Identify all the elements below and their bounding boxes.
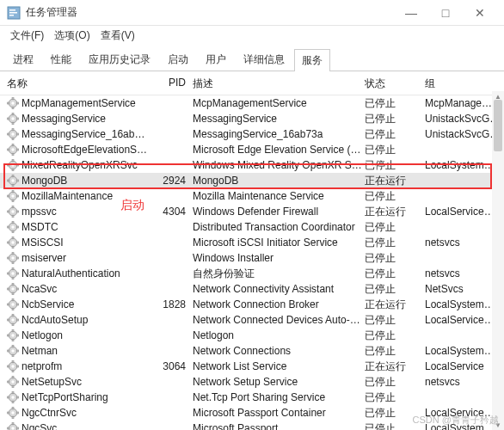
tab-performance[interactable]: 性能 (43, 48, 79, 71)
gear-icon (7, 329, 19, 341)
vertical-scrollbar[interactable]: ▲ ▼ (492, 91, 504, 430)
service-row[interactable]: MSDTCDistributed Transaction Coordinator… (0, 219, 504, 235)
svg-point-77 (11, 287, 15, 291)
svg-rect-8 (7, 102, 9, 104)
service-name: NetTcpPortSharing (22, 391, 108, 403)
gear-icon (7, 128, 19, 140)
svg-rect-20 (7, 133, 9, 135)
service-name: MicrosoftEdgeElevationSe… (22, 144, 150, 156)
service-row[interactable]: MixedRealityOpenXRSvcWindows Mixed Reali… (0, 157, 504, 173)
service-row[interactable]: MongoDB2924MongoDB正在运行 (0, 173, 504, 188)
header-name[interactable]: 名称 (3, 77, 150, 91)
header-pid[interactable]: PID (150, 77, 193, 91)
service-desc: MessagingService_16ab73a (193, 128, 365, 140)
svg-point-65 (11, 256, 15, 260)
tab-details[interactable]: 详细信息 (236, 48, 292, 71)
svg-rect-32 (7, 164, 9, 166)
svg-rect-15 (16, 118, 19, 120)
service-row[interactable]: MessagingService_16ab7…MessagingService_… (0, 126, 504, 142)
service-row[interactable]: NetmanNetwork Connections已停止LocalSystemN… (0, 343, 504, 359)
service-group: UnistackSvcGr… (425, 113, 501, 125)
tab-services[interactable]: 服务 (294, 49, 330, 71)
service-group: netsvcs (425, 376, 501, 388)
svg-rect-12 (12, 113, 14, 115)
svg-rect-18 (12, 128, 14, 131)
service-status: 已停止 (365, 375, 425, 390)
header-desc[interactable]: 描述 (193, 77, 365, 91)
service-row[interactable]: NetTcpPortSharingNet.Tcp Port Sharing Se… (0, 390, 504, 405)
service-group: LocalService (425, 360, 501, 372)
service-name: NgcSvc (22, 422, 57, 430)
service-desc: Microsoft iSCSI Initiator Service (193, 236, 365, 249)
service-status: 正在运行 (365, 174, 425, 188)
service-row[interactable]: MSiSCSIMicrosoft iSCSI Initiator Service… (0, 235, 504, 250)
service-list: McpManagementServiceMcpManagementService… (0, 95, 504, 430)
service-row[interactable]: mpssvc4304Windows Defender Firewall正在运行L… (0, 204, 504, 219)
gear-icon (7, 144, 19, 156)
svg-rect-96 (12, 329, 14, 332)
service-group: NetSvcs (425, 283, 501, 295)
service-row[interactable]: MicrosoftEdgeElevationSe…Microsoft Edge … (0, 142, 504, 157)
menu-options[interactable]: 选项(O) (49, 27, 95, 45)
tab-app-history[interactable]: 应用历史记录 (81, 48, 158, 71)
service-name: NaturalAuthentication (22, 267, 120, 280)
svg-rect-62 (7, 242, 9, 243)
svg-rect-56 (7, 226, 9, 228)
svg-rect-9 (16, 102, 19, 104)
service-row[interactable]: NetlogonNetlogon已停止 (0, 328, 504, 343)
svg-rect-121 (12, 401, 14, 403)
tab-startup[interactable]: 启动 (160, 48, 196, 71)
service-desc: Network List Service (193, 360, 365, 372)
service-row[interactable]: netprofm3064Network List Service正在运行Loca… (0, 359, 504, 374)
svg-point-5 (11, 101, 15, 105)
svg-rect-93 (16, 319, 19, 321)
service-row[interactable]: msiserverWindows Installer已停止 (0, 250, 504, 266)
service-status: 已停止 (365, 158, 425, 173)
gear-icon (7, 360, 19, 372)
svg-point-47 (11, 210, 15, 213)
service-group: LocalSystemN… (425, 298, 501, 310)
service-row[interactable]: NetSetupSvcNetwork Setup Service已停止netsv… (0, 374, 504, 390)
tabbar: 进程 性能 应用历史记录 启动 用户 详细信息 服务 (0, 45, 504, 71)
tab-users[interactable]: 用户 (198, 48, 234, 71)
close-button[interactable]: ✕ (463, 1, 497, 25)
service-desc: MongoDB (193, 175, 365, 187)
service-row[interactable]: NgcCtnrSvcMicrosoft Passport Container已停… (0, 405, 504, 421)
svg-rect-79 (12, 292, 14, 295)
titlebar: 任务管理器 — □ ✕ (0, 0, 504, 26)
svg-rect-55 (12, 230, 14, 233)
minimize-button[interactable]: — (394, 1, 428, 25)
svg-rect-39 (16, 180, 19, 181)
service-desc: Network Connected Devices Auto-… (193, 314, 365, 326)
service-row[interactable]: NcbService1828Network Connection Broker正… (0, 297, 504, 312)
header-group[interactable]: 组 (425, 77, 501, 91)
svg-point-17 (11, 132, 15, 136)
service-name: MSDTC (22, 221, 58, 233)
service-row[interactable]: MessagingServiceMessagingService已停止Unist… (0, 111, 504, 126)
svg-rect-127 (12, 416, 14, 419)
service-pid: 2924 (150, 175, 193, 187)
service-row[interactable]: NcaSvcNetwork Connectivity Assistant已停止N… (0, 281, 504, 297)
scroll-down-arrow[interactable]: ▼ (492, 420, 504, 430)
service-name: Netman (22, 345, 58, 357)
svg-point-83 (11, 303, 15, 306)
service-desc: Microsoft Passport (193, 422, 365, 430)
gear-icon (7, 190, 19, 202)
service-status: 已停止 (365, 112, 425, 126)
service-row[interactable]: McpManagementServiceMcpManagementService… (0, 95, 504, 111)
service-row[interactable]: MozillaMaintenanceMozilla Maintenance Se… (0, 188, 504, 204)
svg-rect-126 (12, 407, 14, 409)
svg-point-101 (11, 349, 15, 353)
service-name: MixedRealityOpenXRSvc (22, 159, 138, 171)
service-row[interactable]: NcdAutoSetupNetwork Connected Devices Au… (0, 312, 504, 328)
scroll-thumb[interactable] (494, 100, 502, 151)
gear-icon (7, 345, 19, 357)
header-status[interactable]: 状态 (365, 77, 425, 91)
service-row[interactable]: NaturalAuthentication自然身份验证已停止netsvcs (0, 266, 504, 281)
svg-rect-75 (16, 273, 19, 274)
menu-file[interactable]: 文件(F) (5, 27, 49, 45)
tab-processes[interactable]: 进程 (5, 48, 41, 71)
service-row[interactable]: NgcSvcMicrosoft Passport已停止LocalSystemN… (0, 421, 504, 430)
menu-view[interactable]: 查看(V) (95, 27, 140, 45)
maximize-button[interactable]: □ (428, 1, 463, 25)
